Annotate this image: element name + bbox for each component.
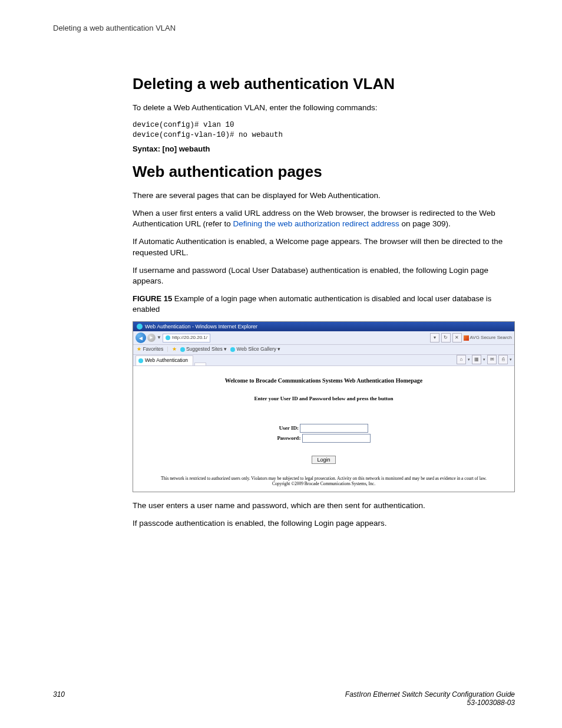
window-title: Web Authentication - Windows Internet Ex… <box>145 323 257 330</box>
tab-title: Web Authentication <box>145 357 188 364</box>
page-footer: 310 FastIron Ethernet Switch Security Co… <box>53 690 515 707</box>
gallery-label: Web Slice Gallery <box>237 346 276 352</box>
disclaimer-line1: This network is restricted to authorized… <box>137 476 511 482</box>
browser-navbar: ◄ ► ▼ http://20.20.20.1/ ▾ ↻ ✕ AVG Secur… <box>133 331 514 345</box>
password-input[interactable] <box>302 434 371 443</box>
home-icon[interactable]: ⌂ <box>457 355 466 364</box>
favorites-bar: ★ Favorites | ★ Suggested Sites ▾ Web Sl… <box>133 345 514 354</box>
section2-p1: There are several pages that can be disp… <box>133 190 515 201</box>
dropdown-arrow-icon[interactable]: ▼ <box>157 335 161 341</box>
link-redirect-address[interactable]: Defining the web authorization redirect … <box>233 219 399 228</box>
page-heading: Welcome to Brocade Communications System… <box>137 377 511 385</box>
running-header: Deleting a web authentication VLAN <box>53 24 515 32</box>
address-bar[interactable]: http://20.20.20.1/ <box>163 334 210 342</box>
book-title: FastIron Ethernet Switch Security Config… <box>345 690 515 699</box>
page-content: Welcome to Brocade Communications System… <box>133 366 514 492</box>
figure-text: Example of a login page when automatic a… <box>133 294 491 314</box>
page-subheading: Enter your User ID and Password below an… <box>137 395 511 402</box>
suggested-label: Suggested Sites <box>186 346 223 352</box>
password-row: Password: <box>137 434 511 443</box>
browser-window: Web Authentication - Windows Internet Ex… <box>133 321 515 492</box>
avg-logo-icon <box>464 335 469 341</box>
web-slice-gallery[interactable]: Web Slice Gallery ▾ <box>230 346 280 353</box>
syntax-line: Syntax: [no] webauth <box>133 144 515 154</box>
password-label: Password: <box>277 434 300 440</box>
dropdown-icon[interactable]: ▾ <box>430 333 439 342</box>
section2-title: Web authentication pages <box>133 162 515 182</box>
search-box[interactable]: AVG Secure Search <box>464 335 512 341</box>
ie-icon <box>137 324 143 330</box>
stop-icon[interactable]: ✕ <box>452 333 462 342</box>
url-text: http://20.20.20.1/ <box>172 335 207 341</box>
mail-icon[interactable]: ✉ <box>487 355 497 364</box>
suggested-sites[interactable]: Suggested Sites ▾ <box>180 346 227 353</box>
favorites-label: Favorites <box>143 346 163 352</box>
new-tab-button[interactable] <box>194 363 206 365</box>
print-icon[interactable]: ⎙ <box>498 355 508 364</box>
ie-icon <box>230 347 235 352</box>
section1-intro: To delete a Web Authentication VLAN, ent… <box>133 103 515 113</box>
p2-text-b: on page 309). <box>399 219 451 228</box>
page-icon <box>166 335 170 340</box>
section2-p5: The user enters a user name and password… <box>133 500 515 511</box>
user-id-row: User ID: <box>137 424 511 433</box>
login-button[interactable]: Login <box>312 456 335 464</box>
section1-title: Deleting a web authentication VLAN <box>133 74 515 94</box>
refresh-icon[interactable]: ↻ <box>441 333 451 342</box>
section2-p6: If passcode authentication is enabled, t… <box>133 518 515 529</box>
favorites-button[interactable]: ★ Favorites <box>137 346 163 353</box>
separator: | <box>167 346 168 353</box>
disclaimer-line2: Copyright ©2009 Brocade Communications S… <box>137 481 511 487</box>
section2-p3: If Automatic Authentication is enabled, … <box>133 236 515 258</box>
user-id-label: User ID: <box>279 424 299 430</box>
section2-p2: When a user first enters a valid URL add… <box>133 208 515 229</box>
doc-number: 53-1003088-03 <box>345 699 515 707</box>
ie-icon <box>180 347 185 352</box>
figure-caption: FIGURE 15 Example of a login page when a… <box>133 294 515 314</box>
code-block: device(config)# vlan 10 device(config-vl… <box>133 120 515 140</box>
tab-bar: Web Authentication ⌂▾ ▦▾ ✉ ⎙▾ <box>133 355 514 366</box>
figure-label: FIGURE 15 <box>133 294 172 303</box>
star-icon: ★ <box>172 346 177 352</box>
back-button[interactable]: ◄ <box>135 332 146 343</box>
user-id-input[interactable] <box>300 424 368 433</box>
caret-icon: ▾ <box>510 357 512 362</box>
ie-icon <box>138 358 143 363</box>
caret-icon: ▾ <box>483 357 485 362</box>
browser-titlebar: Web Authentication - Windows Internet Ex… <box>133 322 514 331</box>
feeds-icon[interactable]: ▦ <box>472 355 481 364</box>
star-icon: ★ <box>137 346 141 352</box>
page-number: 310 <box>53 690 65 707</box>
fav-icon-group[interactable]: ★ <box>172 346 177 353</box>
browser-tab[interactable]: Web Authentication <box>135 355 193 365</box>
search-provider: AVG Secure Search <box>470 335 512 341</box>
caret-icon: ▾ <box>468 357 470 362</box>
section2-p4: If username and password (Local User Dat… <box>133 265 515 286</box>
disclaimer: This network is restricted to authorized… <box>137 476 511 487</box>
forward-button[interactable]: ► <box>147 334 156 342</box>
